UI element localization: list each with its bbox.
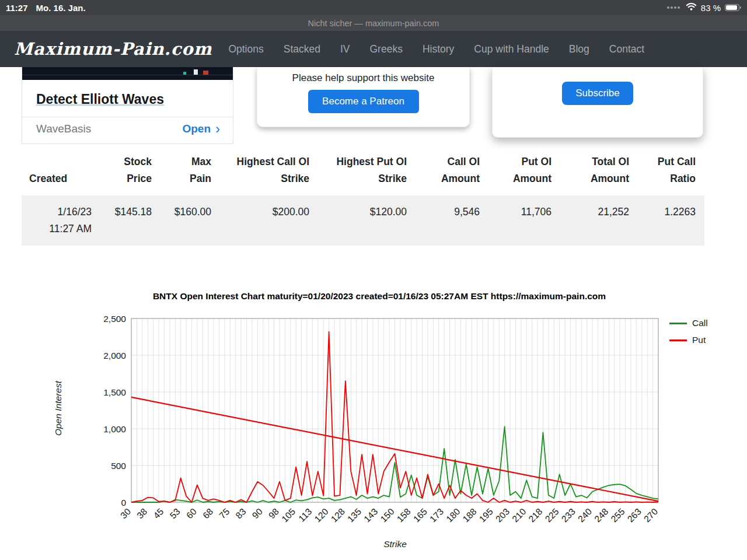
table-cell: $200.00 xyxy=(211,195,309,246)
svg-text:165: 165 xyxy=(411,506,429,524)
nav-item-cup-with-handle[interactable]: Cup with Handle xyxy=(474,43,549,55)
max-pain-summary-table: CreatedStock PriceMax PainHighest Call O… xyxy=(22,149,704,246)
legend-line-icon xyxy=(669,323,687,324)
svg-text:45: 45 xyxy=(151,506,165,520)
column-header: Put OI Amount xyxy=(480,149,551,195)
open-link[interactable]: Open › xyxy=(182,123,220,135)
legend-line-icon xyxy=(669,340,687,341)
support-message: Please help support this website xyxy=(257,72,469,84)
svg-text:150: 150 xyxy=(378,506,396,524)
svg-text:1,500: 1,500 xyxy=(103,387,126,397)
brand-logo[interactable]: Maximum-Pain.com xyxy=(14,39,212,59)
svg-text:0: 0 xyxy=(121,498,126,508)
subscribe-card: Subscribe xyxy=(492,67,703,138)
legend-item-call: Call xyxy=(669,318,708,328)
svg-text:203: 203 xyxy=(494,506,511,524)
chart-thumbnail-image[interactable] xyxy=(22,67,233,80)
chart-title: BNTX Open Interest Chart maturity=01/20/… xyxy=(131,291,627,302)
wifi-icon xyxy=(686,2,697,13)
svg-text:188: 188 xyxy=(460,506,478,524)
table-cell: $160.00 xyxy=(152,195,211,246)
nav-links: OptionsStackedIVGreeksHistoryCup with Ha… xyxy=(228,43,664,55)
table-cell: 11,706 xyxy=(480,195,551,246)
clock: 11:27 xyxy=(6,3,28,13)
svg-text:2,000: 2,000 xyxy=(103,351,126,360)
date: Mo. 16. Jan. xyxy=(36,3,86,13)
chevron-right-icon: › xyxy=(215,124,220,134)
column-header: Put Call Ratio xyxy=(629,149,704,195)
elliott-waves-card: Detect Elliott Waves WaveBasis Open › xyxy=(22,67,233,144)
svg-text:218: 218 xyxy=(526,506,544,524)
nav-item-greeks[interactable]: Greeks xyxy=(369,43,402,55)
battery-percent: 83 % xyxy=(701,3,721,13)
table-header-row: CreatedStock PriceMax PainHighest Call O… xyxy=(22,149,704,195)
provider-label: WaveBasis xyxy=(36,123,91,135)
site-navbar: Maximum-Pain.com OptionsStackedIVGreeksH… xyxy=(0,31,747,67)
column-header: Created xyxy=(22,149,92,195)
svg-text:2,500: 2,500 xyxy=(103,314,126,324)
table-cell: 9,546 xyxy=(407,195,480,246)
url-security-text[interactable]: Nicht sicher — maximum-pain.com xyxy=(308,19,439,28)
legend-label: Put xyxy=(692,335,706,345)
svg-text:248: 248 xyxy=(592,506,610,524)
subscribe-button[interactable]: Subscribe xyxy=(562,82,633,105)
svg-text:158: 158 xyxy=(395,506,413,524)
svg-text:1,000: 1,000 xyxy=(103,424,126,434)
y-axis-label: Open Interest xyxy=(53,381,64,436)
table-cell: $120.00 xyxy=(309,195,407,246)
table-cell: 1.2263 xyxy=(629,195,704,246)
svg-text:500: 500 xyxy=(111,461,126,471)
cellular-dots-icon xyxy=(667,6,680,9)
svg-text:105: 105 xyxy=(280,506,297,524)
column-header: Total OI Amount xyxy=(551,149,629,195)
svg-text:263: 263 xyxy=(626,506,643,524)
nav-item-options[interactable]: Options xyxy=(228,43,263,55)
nav-item-blog[interactable]: Blog xyxy=(569,43,589,55)
legend-item-put: Put xyxy=(669,335,708,345)
svg-text:135: 135 xyxy=(345,506,363,524)
svg-text:233: 233 xyxy=(560,506,577,524)
column-header: Highest Put OI Strike xyxy=(309,149,407,195)
svg-text:75: 75 xyxy=(217,506,231,520)
elliott-waves-link[interactable]: Detect Elliott Waves xyxy=(36,92,164,107)
table-cell: $145.18 xyxy=(92,195,152,246)
svg-text:120: 120 xyxy=(312,506,330,524)
table-row: 1/16/23 11:27 AM$145.18$160.00$200.00$12… xyxy=(22,195,704,246)
svg-text:98: 98 xyxy=(267,506,281,520)
svg-text:210: 210 xyxy=(510,506,528,524)
svg-text:83: 83 xyxy=(233,506,247,520)
svg-text:53: 53 xyxy=(168,506,182,520)
svg-text:180: 180 xyxy=(444,506,462,524)
screen: 11:27 Mo. 16. Jan. 83 % Nicht sicher — m… xyxy=(0,0,747,560)
status-bar: 11:27 Mo. 16. Jan. 83 % xyxy=(0,0,747,15)
svg-text:128: 128 xyxy=(329,506,347,524)
svg-text:143: 143 xyxy=(362,506,379,524)
open-interest-plot: 05001,0001,5002,0002,5003038455360687583… xyxy=(82,306,747,551)
svg-text:90: 90 xyxy=(250,506,264,520)
svg-text:173: 173 xyxy=(428,506,445,524)
column-header: Max Pain xyxy=(152,149,211,195)
legend-label: Call xyxy=(692,318,708,328)
svg-text:113: 113 xyxy=(296,506,313,523)
svg-text:68: 68 xyxy=(201,506,215,520)
svg-text:270: 270 xyxy=(642,506,660,524)
svg-text:240: 240 xyxy=(576,506,594,524)
battery-icon xyxy=(725,4,741,11)
nav-item-iv[interactable]: IV xyxy=(340,43,350,55)
become-patreon-button[interactable]: Become a Patreon xyxy=(308,90,419,113)
column-header: Highest Call OI Strike xyxy=(211,149,309,195)
table-cell: 21,252 xyxy=(551,195,629,246)
address-bar[interactable]: Nicht sicher — maximum-pain.com xyxy=(0,15,747,31)
card-title: Detect Elliott Waves xyxy=(22,80,233,111)
nav-item-contact[interactable]: Contact xyxy=(609,43,644,55)
column-header: Call OI Amount xyxy=(407,149,480,195)
nav-item-stacked[interactable]: Stacked xyxy=(284,43,320,55)
svg-text:38: 38 xyxy=(135,506,149,520)
x-axis-label: Strike xyxy=(383,539,407,550)
svg-text:60: 60 xyxy=(184,506,198,520)
svg-text:255: 255 xyxy=(609,506,626,524)
svg-text:225: 225 xyxy=(543,506,560,524)
table-body: 1/16/23 11:27 AM$145.18$160.00$200.00$12… xyxy=(22,195,704,246)
nav-item-history[interactable]: History xyxy=(423,43,454,55)
svg-text:30: 30 xyxy=(118,506,132,520)
